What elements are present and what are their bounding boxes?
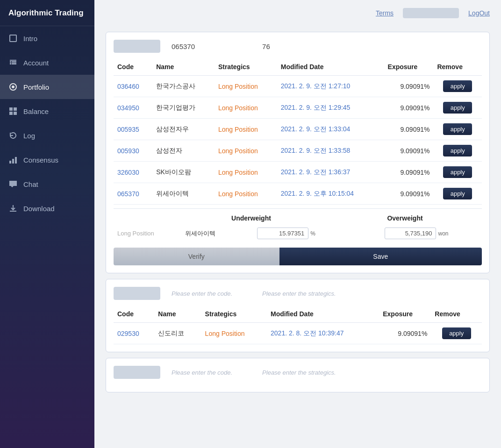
user-placeholder xyxy=(403,8,459,18)
cell-remove: apply xyxy=(433,97,482,119)
cell-remove: apply xyxy=(433,76,482,97)
cell-date: 2021. 2. 9. 오전 1:33:04 xyxy=(277,119,384,140)
table-row: 326030 SK바이오팜 Long Position 2021. 2. 9. … xyxy=(114,162,482,183)
portfolio-table-1: Code Name Strategics Modified Date Expos… xyxy=(114,58,482,205)
cell-date: 2021. 2. 9. 오전 1:33:58 xyxy=(277,140,384,162)
cell-code: 005935 xyxy=(114,119,152,140)
svg-rect-6 xyxy=(14,112,17,115)
save-button[interactable]: Save xyxy=(279,248,482,265)
apply-button[interactable]: apply xyxy=(443,102,472,114)
cell-name: 삼성전자우 xyxy=(152,119,215,140)
th-strategics-2: Strategics xyxy=(201,306,267,323)
cell-name: 위세아이텍 xyxy=(152,183,215,205)
cell-date: 2021. 2. 9. 오전 1:27:10 xyxy=(277,76,384,97)
cell-remove: apply xyxy=(433,119,482,140)
sidebar-item-consensus[interactable]: Consensus xyxy=(0,148,94,172)
sidebar-item-chat[interactable]: Chat xyxy=(0,172,94,196)
svg-rect-5 xyxy=(9,112,13,115)
th-strategics-1: Strategics xyxy=(215,58,277,76)
cell-date: 2021. 2. 9. 오전 1:29:45 xyxy=(277,97,384,119)
sidebar-item-balance[interactable]: Balance xyxy=(0,99,94,123)
cell-remove: apply xyxy=(431,323,482,344)
account-icon xyxy=(8,58,18,67)
svg-rect-4 xyxy=(14,107,17,111)
consensus-icon xyxy=(8,155,18,164)
apply-button[interactable]: apply xyxy=(443,145,472,156)
sidebar-label-balance: Balance xyxy=(23,107,49,115)
portfolio-table-2: Code Name Strategics Modified Date Expos… xyxy=(114,306,482,344)
table-row: 065370 위세아이텍 Long Position 2021. 2. 9. 오… xyxy=(114,183,482,205)
svg-rect-8 xyxy=(12,159,14,164)
card-code-placeholder-3: Please enter the code. xyxy=(172,369,232,376)
portfolio-icon xyxy=(8,82,18,92)
underweight-input[interactable] xyxy=(257,228,308,239)
cell-name: SK바이오팜 xyxy=(152,162,215,183)
overweight-input[interactable] xyxy=(385,228,436,239)
cell-code: 005930 xyxy=(114,140,152,162)
cell-name: 한국가스공사 xyxy=(152,76,215,97)
table-row: 005935 삼성전자우 Long Position 2021. 2. 9. 오… xyxy=(114,119,482,140)
sidebar-label-intro: Intro xyxy=(23,35,37,43)
position-headers: Underweight Overweight xyxy=(114,214,482,222)
table-row: 036460 한국가스공사 Long Position 2021. 2. 9. … xyxy=(114,76,482,97)
position-section: Underweight Overweight Long Position 위세아… xyxy=(114,208,482,241)
apply-button[interactable]: apply xyxy=(442,327,471,339)
balance-icon xyxy=(8,107,18,116)
cell-exposure: 9.09091% xyxy=(384,140,434,162)
log-icon xyxy=(8,131,18,140)
card-header-2: Please enter the code. Please enter the … xyxy=(114,287,482,300)
cell-code: 029530 xyxy=(114,323,154,344)
sidebar-item-download[interactable]: Download xyxy=(0,196,94,220)
underweight-input-group: % xyxy=(221,228,351,239)
cell-strategics: Long Position xyxy=(215,119,277,140)
th-date-2: Modified Date xyxy=(267,306,379,323)
position-stock-name: 위세아이텍 xyxy=(174,229,221,238)
th-code-1: Code xyxy=(114,58,152,76)
cell-remove: apply xyxy=(433,162,482,183)
logout-link[interactable]: LogOut xyxy=(468,9,490,17)
overweight-input-group: won xyxy=(351,228,482,239)
chat-icon xyxy=(8,179,18,189)
svg-rect-7 xyxy=(9,161,11,164)
sidebar-label-portfolio: Portfolio xyxy=(23,83,49,91)
cell-code: 326030 xyxy=(114,162,152,183)
apply-button[interactable]: apply xyxy=(443,123,472,135)
card-strategics-placeholder-2: Please enter the strategics. xyxy=(262,290,336,297)
cell-remove: apply xyxy=(433,140,482,162)
th-name-2: Name xyxy=(154,306,201,323)
card-header-1: 065370 76 xyxy=(114,40,482,53)
sidebar-label-account: Account xyxy=(23,59,49,67)
underweight-header: Underweight xyxy=(174,214,328,222)
card-code-placeholder-2: Please enter the code. xyxy=(172,290,232,297)
apply-button[interactable]: apply xyxy=(443,80,472,92)
position-label: Long Position xyxy=(114,230,174,237)
app-title: Algorithmic Trading xyxy=(0,0,94,26)
terms-link[interactable]: Terms xyxy=(376,9,394,17)
sidebar-label-chat: Chat xyxy=(23,180,38,188)
sidebar-item-portfolio[interactable]: Portfolio xyxy=(0,75,94,99)
cell-exposure: 9.09091% xyxy=(379,323,431,344)
download-icon xyxy=(8,204,18,213)
topbar: Terms LogOut xyxy=(94,0,501,26)
sidebar-label-log: Log xyxy=(23,132,35,140)
portfolio-card-1: 065370 76 Code Name Strategics Modified … xyxy=(106,32,490,273)
sidebar-item-account[interactable]: Account xyxy=(0,50,94,75)
card-strategics-placeholder-3: Please enter the strategics. xyxy=(262,369,336,376)
verify-button[interactable]: Verify xyxy=(114,248,279,265)
sidebar: Algorithmic Trading Intro Account Portfo… xyxy=(0,0,94,448)
svg-point-2 xyxy=(12,85,14,88)
apply-button[interactable]: apply xyxy=(443,188,472,199)
cell-exposure: 9.09091% xyxy=(384,97,434,119)
sidebar-item-intro[interactable]: Intro xyxy=(0,26,94,50)
sidebar-item-log[interactable]: Log xyxy=(0,123,94,148)
cell-code: 065370 xyxy=(114,183,152,205)
cell-exposure: 9.09091% xyxy=(384,162,434,183)
th-code-2: Code xyxy=(114,306,154,323)
card-number-1: 76 xyxy=(262,43,270,50)
portfolio-card-3: Please enter the code. Please enter the … xyxy=(106,358,490,392)
svg-rect-0 xyxy=(10,35,16,42)
cell-exposure: 9.09091% xyxy=(384,183,434,205)
cell-date: 2021. 2. 9. 오후 10:15:04 xyxy=(277,183,384,205)
cell-exposure: 9.09091% xyxy=(384,119,434,140)
apply-button[interactable]: apply xyxy=(443,166,472,178)
